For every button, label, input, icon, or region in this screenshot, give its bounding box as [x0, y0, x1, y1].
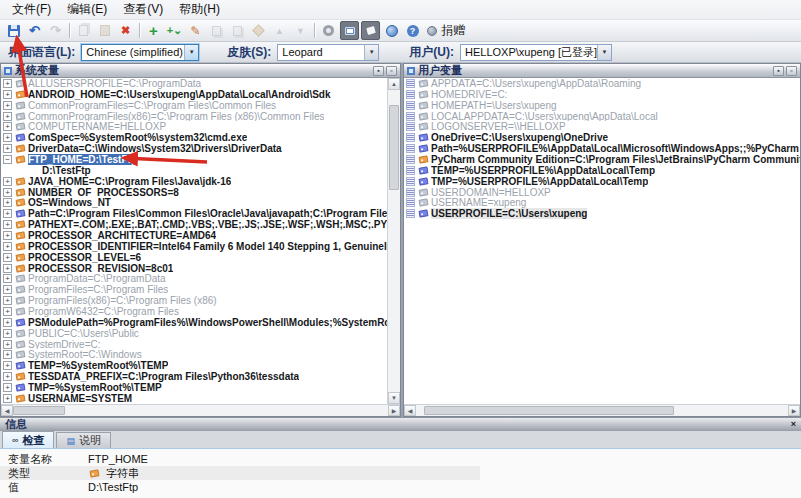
- env-var-row[interactable]: D:\TestFtp: [1, 165, 387, 176]
- expand-icon[interactable]: [406, 90, 415, 99]
- env-var-row[interactable]: OneDrive=C:\Users\xupeng\OneDrive: [404, 132, 800, 143]
- expand-icon[interactable]: +: [3, 122, 12, 131]
- redo-button[interactable]: ↷: [46, 21, 65, 40]
- scrollbar-thumb[interactable]: [424, 406, 674, 415]
- env-var-row[interactable]: USERPROFILE=C:\Users\xupeng: [404, 208, 800, 219]
- env-var-row[interactable]: + TMP=%SystemRoot%\TEMP: [1, 382, 387, 393]
- tab-inspect[interactable]: ∞ 检查: [2, 431, 54, 448]
- expand-icon[interactable]: +: [3, 383, 12, 392]
- close-icon[interactable]: ×: [791, 420, 796, 429]
- expand-icon[interactable]: [406, 209, 415, 218]
- env-var-row[interactable]: + PUBLIC=C:\Users\Public: [1, 328, 387, 339]
- copy-button[interactable]: [74, 21, 93, 40]
- env-var-row[interactable]: USERDOMAIN=HELLOXP: [404, 187, 800, 198]
- env-var-row[interactable]: + ANDROID_HOME=C:\Users\xupeng\AppData\L…: [1, 89, 387, 100]
- expand-icon[interactable]: +: [3, 220, 12, 229]
- expand-icon[interactable]: [406, 112, 415, 121]
- expand-all-button[interactable]: ▫: [786, 66, 797, 76]
- env-var-row[interactable]: + SystemDrive=C:: [1, 339, 387, 350]
- expand-icon[interactable]: +: [3, 90, 12, 99]
- expand-icon[interactable]: +: [3, 307, 12, 316]
- collapse-all-button[interactable]: ▪: [773, 66, 784, 76]
- toggle-info-panel-button[interactable]: [340, 21, 359, 40]
- chevron-down-icon[interactable]: ▼: [597, 45, 611, 60]
- expand-icon[interactable]: +: [3, 394, 12, 403]
- expand-icon[interactable]: +: [3, 329, 12, 338]
- settings-button[interactable]: [319, 21, 338, 40]
- expand-icon[interactable]: +: [3, 209, 12, 218]
- expand-icon[interactable]: [406, 198, 415, 207]
- env-var-row[interactable]: + ProgramFiles=C:\Program Files: [1, 284, 387, 295]
- expand-icon[interactable]: [406, 122, 415, 131]
- env-var-row[interactable]: + PROCESSOR_IDENTIFIER=Intel64 Family 6 …: [1, 241, 387, 252]
- expand-icon[interactable]: +: [3, 285, 12, 294]
- expand-all-button[interactable]: ▫: [386, 66, 397, 76]
- env-var-row[interactable]: + CommonProgramFiles=C:\Program Files\Co…: [1, 100, 387, 111]
- expand-icon[interactable]: +: [3, 340, 12, 349]
- env-var-row[interactable]: TMP=%USERPROFILE%\AppData\Local\Temp: [404, 176, 800, 187]
- expand-icon[interactable]: +: [3, 253, 12, 262]
- env-var-row[interactable]: + PROCESSOR_LEVEL=6: [1, 252, 387, 263]
- expand-icon[interactable]: +: [3, 350, 12, 359]
- env-var-row[interactable]: Path=%USERPROFILE%\AppData\Local\Microso…: [404, 143, 800, 154]
- paste-value-button[interactable]: [228, 21, 247, 40]
- expand-icon[interactable]: +: [3, 198, 12, 207]
- expand-icon[interactable]: +: [3, 188, 12, 197]
- env-var-row[interactable]: + USERNAME=SYSTEM: [1, 393, 387, 404]
- scroll-right-button[interactable]: ▶: [788, 405, 800, 416]
- env-var-row[interactable]: + TESSDATA_PREFIX=C:\Program Files\Pytho…: [1, 371, 387, 382]
- expand-icon[interactable]: +: [3, 318, 12, 327]
- expand-icon[interactable]: [406, 177, 415, 186]
- horizontal-scrollbar[interactable]: ◀ ▶: [404, 404, 800, 416]
- expand-icon[interactable]: +: [3, 372, 12, 381]
- duplicate-button[interactable]: [207, 21, 226, 40]
- env-var-row[interactable]: + OS=Windows_NT: [1, 197, 387, 208]
- env-var-row[interactable]: + ALLUSERSPROFILE=C:\ProgramData: [1, 78, 387, 89]
- env-var-row[interactable]: + SystemRoot=C:\Windows: [1, 349, 387, 360]
- expand-icon[interactable]: +: [3, 274, 12, 283]
- expand-icon[interactable]: +: [3, 231, 12, 240]
- scrollbar-thumb[interactable]: [389, 105, 399, 190]
- expand-icon[interactable]: +: [3, 361, 12, 370]
- env-var-row[interactable]: LOGONSERVER=\\HELLOXP: [404, 121, 800, 132]
- collapse-all-button[interactable]: ▪: [373, 66, 384, 76]
- env-var-row[interactable]: HOMEPATH=\Users\xupeng: [404, 100, 800, 111]
- expand-icon[interactable]: +: [3, 296, 12, 305]
- paste-button[interactable]: [95, 21, 114, 40]
- env-var-row[interactable]: PyCharm Community Edition=C:\Program Fil…: [404, 154, 800, 165]
- add-value-button[interactable]: +⌄: [165, 21, 184, 40]
- move-up-button[interactable]: ▲: [270, 21, 289, 40]
- expand-icon[interactable]: −: [3, 155, 12, 164]
- expand-icon[interactable]: [406, 166, 415, 175]
- scroll-down-button[interactable]: ▼: [388, 392, 400, 404]
- env-var-row[interactable]: + ComSpec=%SystemRoot%\system32\cmd.exe: [1, 132, 387, 143]
- env-var-row[interactable]: TEMP=%USERPROFILE%\AppData\Local\Temp: [404, 165, 800, 176]
- chevron-down-icon[interactable]: ▼: [184, 45, 198, 60]
- scroll-left-button[interactable]: ◀: [404, 405, 416, 416]
- env-var-row[interactable]: − FTP_HOME=D:\TestFtp: [1, 154, 387, 165]
- vertical-scrollbar[interactable]: ▲ ▼: [387, 78, 400, 404]
- tab-description[interactable]: ▤ 说明: [56, 432, 111, 448]
- add-variable-button[interactable]: +: [144, 21, 163, 40]
- env-var-row[interactable]: + NUMBER_OF_PROCESSORS=8: [1, 187, 387, 198]
- env-var-row[interactable]: HOMEDRIVE=C:: [404, 89, 800, 100]
- toggle-tags-button[interactable]: [361, 21, 380, 40]
- help-button[interactable]: ?: [403, 21, 422, 40]
- env-var-row[interactable]: + PROCESSOR_REVISION=8c01: [1, 263, 387, 274]
- delete-button[interactable]: ✖: [116, 21, 135, 40]
- env-var-row[interactable]: + ProgramFiles(x86)=C:\Program Files (x8…: [1, 295, 387, 306]
- env-var-row[interactable]: + ProgramData=C:\ProgramData: [1, 273, 387, 284]
- menu-view[interactable]: 查看(V): [115, 0, 171, 20]
- expand-icon[interactable]: +: [3, 101, 12, 110]
- horizontal-scrollbar[interactable]: ◀ ▶: [1, 404, 400, 416]
- save-button[interactable]: [4, 21, 23, 40]
- scrollbar-thumb[interactable]: [13, 406, 65, 415]
- expand-icon[interactable]: +: [3, 112, 12, 121]
- menu-edit[interactable]: 编辑(E): [59, 0, 115, 20]
- user-select[interactable]: HELLOXP\xupeng [已登录] ▼: [460, 44, 612, 61]
- env-var-row[interactable]: + CommonProgramFiles(x86)=C:\Program Fil…: [1, 111, 387, 122]
- export-button[interactable]: [249, 21, 268, 40]
- env-var-row[interactable]: + JAVA_HOME=C:\Program Files\Java\jdk-16: [1, 176, 387, 187]
- env-var-row[interactable]: USERNAME=xupeng: [404, 197, 800, 208]
- expand-icon[interactable]: [406, 144, 415, 153]
